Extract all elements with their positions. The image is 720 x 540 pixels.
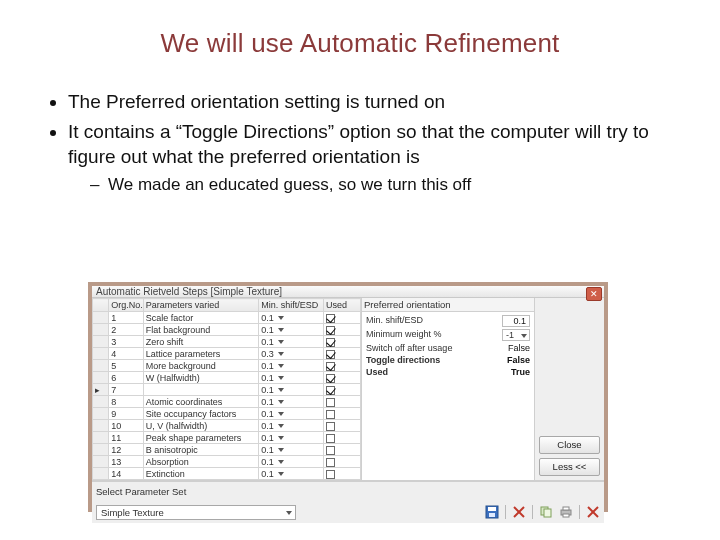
row-selector[interactable] [93, 396, 109, 408]
param-set-select[interactable]: Simple Texture [96, 505, 296, 520]
copy-icon[interactable] [539, 505, 553, 519]
cell-org-no: 1 [109, 312, 144, 324]
cell-used[interactable] [324, 360, 361, 372]
cell-org-no: 4 [109, 348, 144, 360]
delete-icon[interactable] [512, 505, 526, 519]
col-params[interactable]: Parameters varied [143, 299, 259, 312]
save-icon[interactable] [485, 505, 499, 519]
chevron-down-icon [521, 334, 527, 338]
col-min[interactable]: Min. shift/ESD [259, 299, 324, 312]
table-row[interactable]: 6W (Halfwidth)0.1 [93, 372, 361, 384]
chevron-down-icon [278, 388, 284, 392]
table-row[interactable]: 2Flat background0.1 [93, 324, 361, 336]
table-row[interactable]: 11Peak shape parameters0.1 [93, 432, 361, 444]
min-weight-select[interactable]: -1 [502, 329, 530, 341]
dialog-titlebar[interactable]: Automatic Rietveld Steps [Simple Texture… [92, 286, 604, 298]
row-selector[interactable] [93, 360, 109, 372]
row-selector[interactable]: ▸ [93, 384, 109, 396]
cell-org-no: 2 [109, 324, 144, 336]
table-row[interactable]: 3Zero shift0.1 [93, 336, 361, 348]
chevron-down-icon [286, 511, 292, 515]
cell-min-shift: 0.1 [259, 336, 324, 348]
cell-used[interactable] [324, 324, 361, 336]
checkbox[interactable] [326, 362, 335, 371]
row-selector[interactable] [93, 444, 109, 456]
min-shift-input[interactable]: 0.1 [502, 315, 530, 327]
table-row[interactable]: 8Atomic coordinates0.1 [93, 396, 361, 408]
checkbox[interactable] [326, 326, 335, 335]
checkbox[interactable] [326, 314, 335, 323]
cell-used[interactable] [324, 384, 361, 396]
chevron-down-icon [278, 448, 284, 452]
col-used[interactable]: Used [324, 299, 361, 312]
cell-used[interactable] [324, 372, 361, 384]
checkbox[interactable] [326, 350, 335, 359]
less-button[interactable]: Less << [539, 458, 600, 476]
checkbox[interactable] [326, 398, 335, 407]
table-row[interactable]: 4Lattice parameters0.3 [93, 348, 361, 360]
cell-org-no: 10 [109, 420, 144, 432]
cell-used[interactable] [324, 312, 361, 324]
table-row[interactable]: 9Site occupancy factors0.1 [93, 408, 361, 420]
steps-grid[interactable]: Org.No. Parameters varied Min. shift/ESD… [92, 298, 362, 480]
separator [505, 505, 506, 519]
cell-used[interactable] [324, 444, 361, 456]
cell-min-shift: 0.1 [259, 444, 324, 456]
cell-param: Flat background [143, 324, 259, 336]
cell-org-no: 3 [109, 336, 144, 348]
cell-used[interactable] [324, 336, 361, 348]
cell-used[interactable] [324, 468, 361, 480]
row-selector[interactable] [93, 312, 109, 324]
table-row[interactable]: 13Absorption0.1 [93, 456, 361, 468]
table-row[interactable]: 10U, V (halfwidth)0.1 [93, 420, 361, 432]
row-selector[interactable] [93, 468, 109, 480]
details-pane: Preferred orientation Min. shift/ESD 0.1… [362, 298, 534, 480]
chevron-down-icon [278, 364, 284, 368]
cell-used[interactable] [324, 396, 361, 408]
chevron-down-icon [278, 412, 284, 416]
cell-org-no: 11 [109, 432, 144, 444]
checkbox[interactable] [326, 422, 335, 431]
dialog-buttons: Close Less << [534, 298, 604, 480]
checkbox[interactable] [326, 458, 335, 467]
cell-used[interactable] [324, 420, 361, 432]
checkbox[interactable] [326, 374, 335, 383]
row-selector[interactable] [93, 408, 109, 420]
row-selector[interactable] [93, 348, 109, 360]
print-icon[interactable] [559, 505, 573, 519]
table-row[interactable]: ▸7Preferred orientation0.1 [93, 384, 361, 396]
close-icon[interactable]: ✕ [586, 287, 602, 301]
row-selector[interactable] [93, 456, 109, 468]
chevron-down-icon [278, 472, 284, 476]
details-header: Preferred orientation [362, 298, 534, 312]
cell-used[interactable] [324, 432, 361, 444]
separator [579, 505, 580, 519]
checkbox[interactable] [326, 446, 335, 455]
row-selector[interactable] [93, 336, 109, 348]
cell-min-shift: 0.1 [259, 432, 324, 444]
table-row[interactable]: 12B anisotropic0.1 [93, 444, 361, 456]
cell-min-shift: 0.1 [259, 468, 324, 480]
cell-used[interactable] [324, 456, 361, 468]
checkbox[interactable] [326, 338, 335, 347]
checkbox[interactable] [326, 410, 335, 419]
row-selector[interactable] [93, 372, 109, 384]
table-row[interactable]: 1Scale factor0.1 [93, 312, 361, 324]
cell-used[interactable] [324, 348, 361, 360]
row-selector[interactable] [93, 432, 109, 444]
close-button[interactable]: Close [539, 436, 600, 454]
checkbox[interactable] [326, 434, 335, 443]
separator [532, 505, 533, 519]
sub-bullet-item: We made an educated guess, so we turn th… [108, 174, 678, 197]
cell-min-shift: 0.1 [259, 384, 324, 396]
checkbox[interactable] [326, 386, 335, 395]
cancel-icon[interactable] [586, 505, 600, 519]
row-selector[interactable] [93, 324, 109, 336]
table-row[interactable]: 14Extinction0.1 [93, 468, 361, 480]
chevron-down-icon [278, 352, 284, 356]
cell-used[interactable] [324, 408, 361, 420]
row-selector[interactable] [93, 420, 109, 432]
checkbox[interactable] [326, 470, 335, 479]
table-row[interactable]: 5More background0.1 [93, 360, 361, 372]
col-org[interactable]: Org.No. [109, 299, 144, 312]
